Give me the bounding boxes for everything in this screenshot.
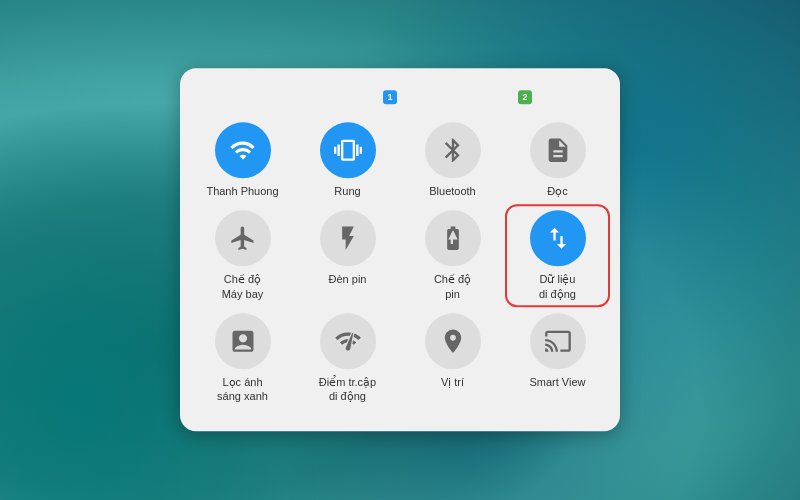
tile-mobile-data-label: Dữ liệudi động <box>539 273 576 302</box>
tile-bluetooth[interactable]: Bluetooth <box>406 122 499 198</box>
tile-battery-label: Chế độpin <box>434 273 471 302</box>
vibrate-icon-bg <box>320 122 376 178</box>
tile-location-label: Vị trí <box>441 375 464 389</box>
smartview-icon-bg <box>530 313 586 369</box>
tile-flashlight-label: Đèn pin <box>329 273 367 287</box>
tile-flashlight[interactable]: Đèn pin <box>301 211 394 302</box>
header-sms: 1 <box>383 88 400 104</box>
header-row: 1 2 <box>196 88 604 104</box>
vibrate-icon <box>334 136 362 164</box>
bluelight-icon <box>229 327 257 355</box>
bluetooth-icon-bg <box>425 122 481 178</box>
tile-doc-label: Đọc <box>547 184 567 198</box>
flashlight-icon <box>334 225 362 253</box>
location-icon-bg <box>425 313 481 369</box>
mobile-data-icon <box>544 225 572 253</box>
battery-icon-bg <box>425 211 481 267</box>
tile-airplane-label: Chế độMáy bay <box>222 273 264 302</box>
grid-row-2: Chế độMáy bay Đèn pin Chế độpin Dữ l <box>196 211 604 302</box>
tile-smartview[interactable]: Smart View <box>511 313 604 404</box>
sim2-badge: 2 <box>518 90 532 104</box>
quick-settings-panel: 1 2 Thanh Phuong <box>180 68 620 431</box>
battery-icon <box>439 225 467 253</box>
hotspot-icon <box>334 327 362 355</box>
header-data: 2 <box>518 88 535 104</box>
tile-bluelight[interactable]: Lọc ánhsáng xanh <box>196 313 289 404</box>
doc-icon <box>544 136 572 164</box>
tile-wifi-label: Thanh Phuong <box>206 184 278 198</box>
location-icon <box>439 327 467 355</box>
mobile-data-icon-bg <box>530 211 586 267</box>
tile-smartview-label: Smart View <box>529 375 585 389</box>
wifi-icon <box>229 136 257 164</box>
hotspot-icon-bg <box>320 313 376 369</box>
flashlight-icon-bg <box>320 211 376 267</box>
tile-airplane[interactable]: Chế độMáy bay <box>196 211 289 302</box>
tile-vibrate[interactable]: Rung <box>301 122 394 198</box>
tile-battery[interactable]: Chế độpin <box>406 211 499 302</box>
grid-row-3: Lọc ánhsáng xanh Điểm tr.cậpdi động Vị t… <box>196 313 604 404</box>
tile-wifi[interactable]: Thanh Phuong <box>196 122 289 198</box>
bluetooth-icon <box>439 136 467 164</box>
tile-hotspot[interactable]: Điểm tr.cậpdi động <box>301 313 394 404</box>
tile-bluetooth-label: Bluetooth <box>429 184 475 198</box>
airplane-icon <box>229 225 257 253</box>
tile-location[interactable]: Vị trí <box>406 313 499 404</box>
grid-row-1: Thanh Phuong Rung Bluetooth <box>196 122 604 198</box>
wifi-icon-bg <box>215 122 271 178</box>
smartview-icon <box>544 327 572 355</box>
header-data-subtitle: 2 <box>518 90 535 104</box>
tile-bluelight-label: Lọc ánhsáng xanh <box>217 375 268 404</box>
airplane-icon-bg <box>215 211 271 267</box>
tile-mobile-data[interactable]: Dữ liệudi động <box>511 211 604 302</box>
header-sms-subtitle: 1 <box>383 90 400 104</box>
tile-hotspot-label: Điểm tr.cậpdi động <box>319 375 376 404</box>
doc-icon-bg <box>530 122 586 178</box>
tile-doc[interactable]: Đọc <box>511 122 604 198</box>
bluelight-icon-bg <box>215 313 271 369</box>
tile-vibrate-label: Rung <box>334 184 360 198</box>
sim1-badge: 1 <box>383 90 397 104</box>
